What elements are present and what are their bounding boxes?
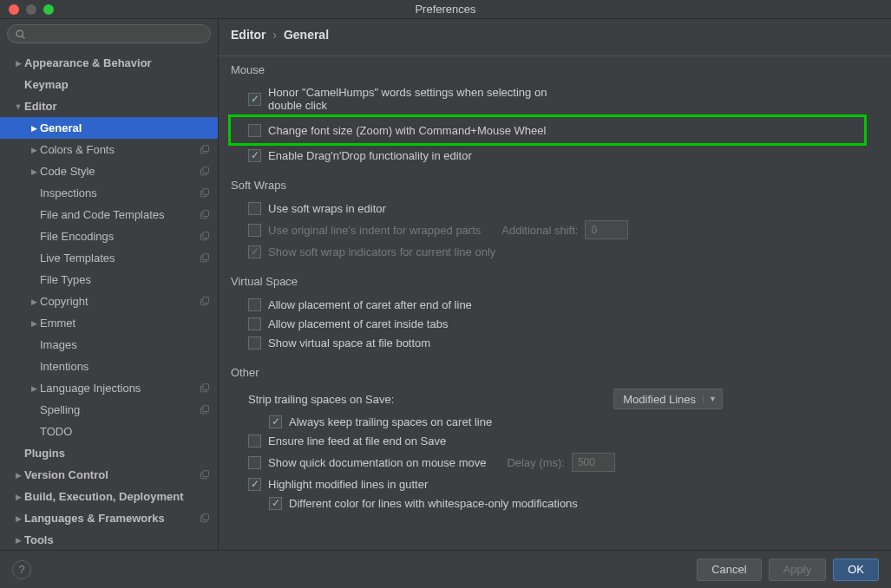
- chevron-right-icon[interactable]: ▶: [28, 319, 40, 328]
- checkbox-icon[interactable]: [248, 434, 261, 448]
- svg-rect-19: [203, 405, 209, 411]
- chevron-right-icon[interactable]: ▶: [12, 471, 24, 480]
- sidebar-item-build-execution-deployment[interactable]: ▶Build, Execution, Deployment: [0, 486, 218, 507]
- checkbox-icon[interactable]: [248, 124, 261, 137]
- chevron-down-icon: ▼: [703, 395, 717, 403]
- project-scope-icon: [199, 296, 211, 308]
- sidebar: ▶Appearance & BehaviorKeymap▼Editor▶Gene…: [0, 19, 219, 550]
- option-virtual-space-bottom[interactable]: Show virtual space at file bottom: [231, 333, 879, 352]
- sidebar-item-keymap[interactable]: Keymap: [0, 74, 218, 95]
- checkbox-icon[interactable]: [248, 336, 261, 350]
- strip-trailing-dropdown[interactable]: Modified Lines ▼: [613, 389, 723, 409]
- search-icon: [15, 29, 26, 40]
- sidebar-item-file-and-code-templates[interactable]: File and Code Templates: [0, 204, 218, 225]
- sidebar-item-emmet[interactable]: ▶Emmet: [0, 312, 218, 334]
- svg-rect-23: [203, 513, 209, 519]
- option-diff-color-whitespace[interactable]: Different color for lines with whitespac…: [231, 493, 879, 513]
- sidebar-item-live-templates[interactable]: Live Templates: [0, 247, 218, 269]
- breadcrumb-parent[interactable]: Editor: [231, 28, 265, 42]
- checkbox-icon[interactable]: [248, 478, 261, 491]
- sidebar-item-appearance-behavior[interactable]: ▶Appearance & Behavior: [0, 52, 218, 74]
- sidebar-item-copyright[interactable]: ▶Copyright: [0, 291, 218, 312]
- option-label: Show virtual space at file bottom: [268, 336, 430, 350]
- option-dnd-editor[interactable]: Enable Drag'n'Drop functionality in edit…: [231, 146, 879, 165]
- option-quick-doc[interactable]: Show quick documentation on mouse move D…: [231, 450, 879, 474]
- project-scope-icon: [199, 382, 211, 395]
- sidebar-item-label: Intentions: [40, 360, 211, 373]
- project-scope-icon: [199, 144, 211, 156]
- checkbox-icon[interactable]: [248, 317, 261, 330]
- option-caret-inside-tabs[interactable]: Allow placement of caret inside tabs: [231, 314, 879, 333]
- sidebar-item-label: Inspections: [40, 186, 199, 199]
- sidebar-item-label: Colors & Fonts: [40, 143, 199, 156]
- chevron-right-icon[interactable]: ▶: [28, 146, 40, 154]
- option-original-indent: Use original line's indent for wrapped p…: [231, 218, 879, 242]
- sidebar-item-todo[interactable]: TODO: [0, 421, 218, 442]
- checkbox-icon[interactable]: [248, 149, 261, 162]
- svg-rect-5: [203, 167, 209, 173]
- checkbox-icon[interactable]: [248, 202, 261, 215]
- project-scope-icon: [199, 469, 211, 481]
- sidebar-item-images[interactable]: Images: [0, 334, 218, 356]
- checkbox-icon[interactable]: [269, 415, 282, 428]
- sidebar-item-plugins[interactable]: Plugins: [0, 442, 218, 464]
- option-ensure-lf[interactable]: Ensure line feed at file end on Save: [231, 431, 879, 450]
- sidebar-item-code-style[interactable]: ▶Code Style: [0, 160, 218, 182]
- search-input[interactable]: [29, 28, 203, 40]
- chevron-right-icon[interactable]: ▶: [28, 384, 40, 393]
- sidebar-item-editor[interactable]: ▼Editor: [0, 95, 218, 117]
- delay-label: Delay (ms):: [507, 456, 564, 469]
- checkbox-icon: [248, 245, 261, 258]
- sidebar-item-inspections[interactable]: Inspections: [0, 182, 218, 204]
- help-button[interactable]: ?: [12, 560, 31, 579]
- additional-shift-label: Additional shift:: [501, 224, 578, 237]
- sidebar-item-language-injections[interactable]: ▶Language Injections: [0, 377, 218, 399]
- sidebar-item-languages-frameworks[interactable]: ▶Languages & Frameworks: [0, 507, 218, 529]
- sidebar-item-label: Live Templates: [40, 252, 199, 265]
- option-label: Allow placement of caret inside tabs: [268, 317, 448, 330]
- chevron-right-icon[interactable]: ▶: [12, 59, 24, 68]
- chevron-right-icon[interactable]: ▶: [12, 536, 24, 545]
- sidebar-item-version-control[interactable]: ▶Version Control: [0, 464, 218, 486]
- chevron-right-icon[interactable]: ▶: [12, 514, 24, 523]
- sidebar-item-colors-fonts[interactable]: ▶Colors & Fonts: [0, 139, 218, 160]
- chevron-right-icon[interactable]: ▶: [28, 297, 40, 306]
- checkbox-icon[interactable]: [248, 93, 261, 106]
- sidebar-item-spelling[interactable]: Spelling: [0, 399, 218, 421]
- search-box[interactable]: [7, 24, 211, 43]
- option-label: Show soft wrap indicators for current li…: [268, 245, 495, 258]
- option-keep-trailing-caret[interactable]: Always keep trailing spaces on caret lin…: [231, 412, 879, 431]
- project-scope-icon: [199, 209, 211, 221]
- sidebar-item-general[interactable]: ▶General: [0, 117, 218, 139]
- strip-label: Strip trailing spaces on Save:: [248, 393, 394, 406]
- sidebar-item-label: General: [40, 121, 211, 134]
- svg-rect-15: [203, 297, 209, 303]
- sidebar-item-label: File Encodings: [40, 230, 199, 243]
- chevron-right-icon: ›: [272, 28, 277, 42]
- sidebar-item-file-types[interactable]: File Types: [0, 269, 218, 291]
- chevron-right-icon[interactable]: ▶: [28, 124, 40, 133]
- option-label: Always keep trailing spaces on caret lin…: [289, 415, 492, 428]
- sidebar-item-intentions[interactable]: Intentions: [0, 356, 218, 377]
- chevron-right-icon[interactable]: ▶: [28, 167, 40, 176]
- svg-rect-11: [203, 232, 209, 238]
- checkbox-icon[interactable]: [248, 456, 261, 469]
- breadcrumb: Editor › General: [219, 19, 891, 50]
- chevron-right-icon[interactable]: ▶: [12, 493, 24, 501]
- ok-button[interactable]: OK: [833, 559, 879, 581]
- chevron-down-icon[interactable]: ▼: [12, 102, 24, 111]
- option-zoom-font[interactable]: Change font size (Zoom) with Command+Mou…: [231, 121, 864, 140]
- option-use-softwraps[interactable]: Use soft wraps in editor: [231, 199, 879, 218]
- checkbox-icon[interactable]: [248, 298, 261, 311]
- sidebar-item-label: Spelling: [40, 403, 199, 416]
- cancel-button[interactable]: Cancel: [697, 559, 761, 581]
- option-highlight-modified[interactable]: Highlight modified lines in gutter: [231, 474, 879, 493]
- svg-rect-9: [203, 210, 209, 216]
- sidebar-item-label: Code Style: [40, 165, 199, 178]
- option-caret-after-eol[interactable]: Allow placement of caret after end of li…: [231, 295, 879, 314]
- sidebar-item-file-encodings[interactable]: File Encodings: [0, 225, 218, 247]
- sidebar-item-tools[interactable]: ▶Tools: [0, 529, 218, 550]
- checkbox-icon[interactable]: [269, 497, 282, 510]
- svg-rect-21: [203, 470, 209, 476]
- option-honor-camelhumps[interactable]: Honor "CamelHumps" words settings when s…: [231, 83, 879, 114]
